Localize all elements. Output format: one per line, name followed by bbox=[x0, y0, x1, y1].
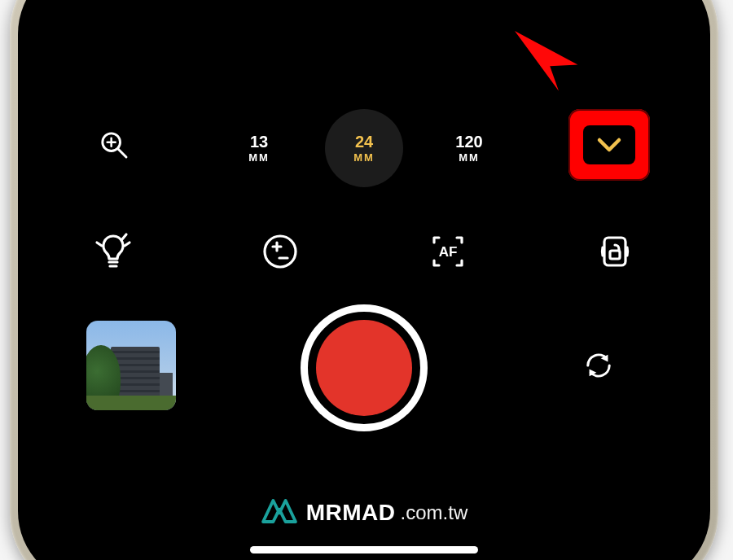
chevron-down-icon bbox=[593, 129, 625, 161]
phone-frame: 13 MM 24 MM 120 MM bbox=[10, 0, 718, 560]
shutter-ring bbox=[301, 304, 428, 431]
watermark: MRMAD .com.tw bbox=[29, 497, 699, 529]
exposure-button[interactable] bbox=[197, 231, 365, 272]
lens-option-120mm[interactable]: 120 MM bbox=[439, 118, 499, 178]
thumb-grass bbox=[86, 396, 176, 410]
exposure-plus-minus-icon bbox=[260, 231, 301, 272]
home-indicator[interactable] bbox=[250, 546, 478, 553]
lens-row: 13 MM 24 MM 120 MM bbox=[29, 109, 699, 181]
shutter-button[interactable] bbox=[316, 320, 412, 416]
zoom-in-icon bbox=[98, 129, 130, 161]
autofocus-button[interactable]: AF bbox=[364, 231, 532, 272]
lens-value: 13 bbox=[250, 133, 268, 151]
watermark-brand: MRMAD bbox=[306, 500, 396, 526]
lens-option-13mm[interactable]: 13 MM bbox=[229, 118, 289, 178]
capture-row bbox=[29, 321, 699, 410]
camera-screen: 13 MM 24 MM 120 MM bbox=[29, 0, 699, 560]
autofocus-icon: AF bbox=[428, 231, 468, 272]
lens-value: 24 bbox=[355, 133, 373, 151]
light-button[interactable] bbox=[29, 231, 197, 272]
camera-flip-button[interactable] bbox=[580, 347, 617, 384]
zoom-in-button[interactable] bbox=[94, 125, 134, 164]
lens-option-24mm[interactable]: 24 MM bbox=[325, 109, 403, 187]
tool-row: AF bbox=[29, 231, 699, 272]
svg-line-6 bbox=[97, 243, 102, 246]
highlight-box bbox=[568, 109, 650, 181]
rotation-lock-button[interactable] bbox=[532, 231, 700, 272]
svg-line-8 bbox=[122, 234, 126, 239]
watermark-logo-icon bbox=[261, 497, 298, 529]
lens-unit: MM bbox=[248, 152, 270, 164]
svg-point-9 bbox=[265, 236, 296, 267]
expand-controls-button[interactable] bbox=[583, 125, 635, 164]
rotation-lock-icon bbox=[595, 231, 635, 272]
svg-line-7 bbox=[125, 243, 129, 246]
lens-selector: 13 MM 24 MM 120 MM bbox=[229, 109, 499, 187]
gallery-thumbnail[interactable] bbox=[86, 321, 176, 410]
lens-unit: MM bbox=[459, 152, 480, 164]
lens-unit: MM bbox=[353, 152, 375, 164]
autofocus-label: AF bbox=[438, 244, 457, 260]
watermark-suffix: .com.tw bbox=[401, 501, 468, 524]
lightbulb-icon bbox=[93, 231, 134, 272]
svg-line-1 bbox=[118, 149, 126, 157]
svg-rect-14 bbox=[610, 251, 620, 259]
lens-value: 120 bbox=[455, 133, 482, 151]
callout-arrow-icon bbox=[507, 24, 581, 97]
camera-flip-icon bbox=[581, 348, 617, 383]
phone-bezel: 13 MM 24 MM 120 MM bbox=[18, 0, 710, 560]
